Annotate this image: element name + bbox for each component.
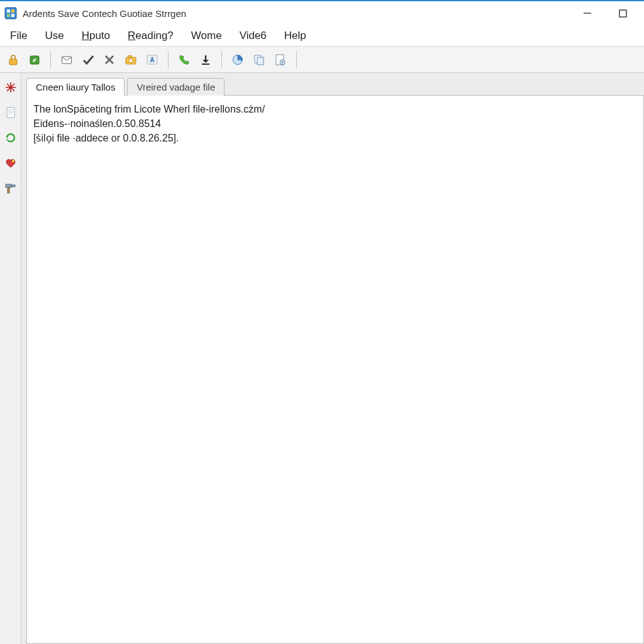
svg-rect-2 <box>11 9 14 13</box>
mail-icon[interactable] <box>57 50 76 69</box>
refresh-green-icon[interactable] <box>3 130 19 146</box>
check-icon[interactable] <box>79 50 97 69</box>
copy-icon[interactable] <box>250 50 269 69</box>
svg-rect-15 <box>202 64 209 65</box>
minimize-button[interactable] <box>579 4 596 22</box>
heart-icon[interactable] <box>3 155 19 171</box>
title-bar: Ardents Save Contech Guotiae Strrgen <box>0 0 644 25</box>
svg-point-21 <box>282 61 284 63</box>
tab-0[interactable]: Cneen liaury Tallos <box>26 78 125 96</box>
svg-rect-33 <box>8 187 9 193</box>
window-controls <box>579 4 640 22</box>
svg-rect-31 <box>6 184 11 187</box>
page-icon[interactable] <box>3 104 19 121</box>
content-area: Cneen liaury TallosVreired vadage file T… <box>21 73 644 644</box>
svg-rect-6 <box>619 10 626 17</box>
main-toolbar: A <box>0 47 644 73</box>
maximize-button[interactable] <box>614 4 631 22</box>
svg-rect-4 <box>11 14 14 17</box>
menu-reading[interactable]: Reading? <box>119 27 182 45</box>
doc-line: The lonSpāceting frim Licote Wherl file-… <box>33 102 637 116</box>
cross-icon[interactable] <box>100 50 119 69</box>
toolbar-separator <box>221 51 222 69</box>
toolbar-separator <box>296 51 297 69</box>
text-a-icon[interactable]: A <box>143 50 162 69</box>
phone-icon[interactable] <box>175 50 194 69</box>
app-icon <box>4 6 18 20</box>
svg-rect-26 <box>7 108 14 118</box>
spark-icon[interactable] <box>3 79 19 96</box>
svg-rect-12 <box>128 55 131 57</box>
gear-page-icon[interactable] <box>271 50 290 69</box>
document-pane[interactable]: The lonSpāceting frim Licote Wherl file-… <box>26 95 644 644</box>
svg-rect-3 <box>7 14 10 17</box>
doc-line: [ṡilọi file ·addece or 0.0.8.26.25]. <box>33 131 637 145</box>
toolbar-separator <box>50 51 51 69</box>
menu-use[interactable]: Use <box>36 27 72 45</box>
download-icon[interactable] <box>196 50 215 69</box>
menu-wome[interactable]: Wome <box>182 27 231 45</box>
svg-rect-18 <box>257 57 264 65</box>
lock-icon[interactable] <box>4 50 23 69</box>
hammer-icon[interactable] <box>3 180 19 196</box>
svg-rect-7 <box>9 59 17 65</box>
menu-vide6[interactable]: Vide6 <box>231 27 275 45</box>
menu-file[interactable]: File <box>1 27 36 45</box>
window-title: Ardents Save Contech Guotiae Strrgen <box>23 8 186 19</box>
menu-help[interactable]: Help <box>275 27 315 45</box>
leaf-icon[interactable] <box>25 50 44 69</box>
svg-point-30 <box>12 160 14 162</box>
pie-icon[interactable] <box>228 50 247 69</box>
svg-rect-0 <box>5 8 16 19</box>
toolbar-separator <box>168 51 169 69</box>
menu-hputo[interactable]: Hputo <box>73 27 119 45</box>
doc-line: Eidens-·noinaślen.0.50.8514 <box>33 116 637 131</box>
side-toolbar <box>0 73 21 644</box>
svg-text:A: A <box>150 57 154 64</box>
svg-point-11 <box>129 58 133 62</box>
main-area: Cneen liaury TallosVreired vadage file T… <box>0 73 644 644</box>
tab-1[interactable]: Vreired vadage file <box>127 78 225 96</box>
menu-bar: FileUseHputoReading?WomeVide6Help <box>0 25 644 47</box>
svg-rect-32 <box>11 185 15 187</box>
svg-rect-1 <box>7 9 10 13</box>
tab-row: Cneen liaury TallosVreired vadage file <box>26 78 644 96</box>
camera-icon[interactable] <box>121 50 140 69</box>
